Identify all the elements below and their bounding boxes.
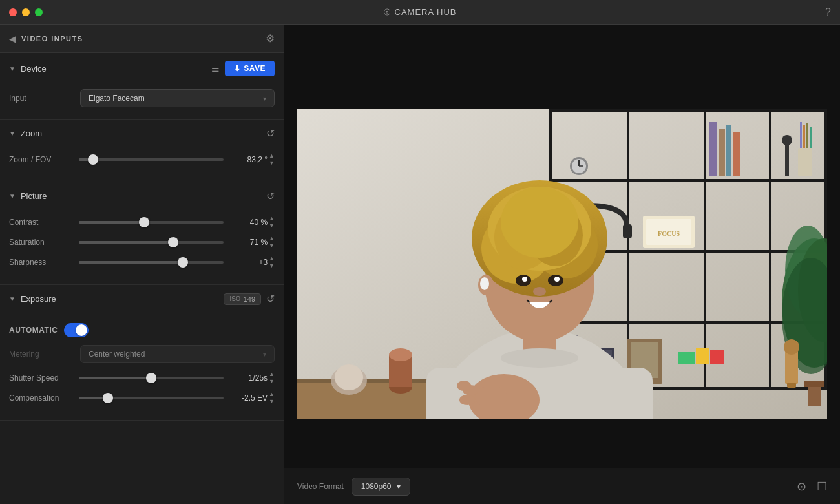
device-section-header[interactable]: ▼ Device ⚌ ⬇ SAVE — [0, 53, 284, 84]
compensation-decrement[interactable]: ▼ — [269, 398, 275, 404]
device-filter-icon[interactable]: ⚌ — [211, 63, 220, 74]
folder-icon[interactable]: ☐ — [817, 479, 827, 494]
shutter-thumb[interactable] — [146, 373, 156, 383]
svg-rect-40 — [710, 350, 724, 364]
device-section-title: Device — [21, 64, 47, 74]
shutter-track — [79, 377, 224, 379]
picture-reset-icon[interactable]: ↺ — [266, 190, 275, 202]
sharpness-stepper[interactable]: ▲ ▼ — [269, 255, 275, 269]
maximize-button[interactable] — [35, 8, 43, 16]
zoom-fov-row: Zoom / FOV 83,2 ° ▲ ▼ — [9, 152, 275, 166]
metering-row: Metering Center weighted ▾ — [9, 345, 275, 363]
svg-rect-49 — [787, 383, 796, 388]
app-title: ⦾ CAMERA HUB — [384, 7, 457, 17]
help-button[interactable]: ? — [825, 6, 831, 18]
fov-thumb[interactable] — [88, 154, 98, 165]
sharpness-value-wrap: +3 ▲ ▼ — [229, 255, 275, 269]
saturation-value: 71 % — [229, 238, 268, 247]
preview-svg: FOCUS — [297, 109, 827, 419]
zoom-section-actions: ↺ — [266, 127, 275, 140]
fov-decrement[interactable]: ▼ — [269, 160, 275, 166]
svg-rect-28 — [623, 224, 632, 238]
svg-point-73 — [533, 287, 546, 296]
contrast-value: 40 % — [229, 218, 268, 227]
compensation-row: Compensation -2.5 EV ▲ ▼ — [9, 391, 275, 404]
compensation-stepper[interactable]: ▲ ▼ — [269, 391, 275, 404]
saturation-increment[interactable]: ▲ — [269, 235, 275, 242]
device-section: ▼ Device ⚌ ⬇ SAVE Input Elgato Facecam ▾ — [0, 53, 284, 120]
automatic-toggle-row: AUTOMATIC — [9, 323, 275, 337]
contrast-stepper[interactable]: ▲ ▼ — [269, 215, 275, 229]
svg-rect-16 — [709, 122, 717, 176]
dropdown-arrow: ▾ — [263, 95, 266, 102]
fov-slider-track[interactable] — [79, 158, 224, 161]
sharpness-increment[interactable]: ▲ — [269, 255, 275, 262]
shutter-label: Shutter Speed — [9, 373, 74, 383]
fov-stepper[interactable]: ▲ ▼ — [269, 152, 275, 166]
compensation-thumb[interactable] — [103, 393, 113, 403]
picture-section: ▼ Picture ↺ Contrast — [0, 182, 284, 285]
picture-section-header[interactable]: ▼ Picture ↺ — [0, 182, 284, 210]
shutter-decrement[interactable]: ▼ — [269, 378, 275, 384]
device-section-content: Input Elgato Facecam ▾ — [0, 84, 284, 119]
picture-section-actions: ↺ — [266, 190, 275, 202]
bottom-toolbar: Video Format 1080p60 ▾ ⊙ ☐ — [284, 468, 840, 504]
svg-rect-24 — [803, 125, 805, 148]
zoom-section-header[interactable]: ▼ Zoom ↺ — [0, 120, 284, 147]
sharpness-value: +3 — [229, 258, 268, 267]
picture-collapse-arrow: ▼ — [9, 193, 16, 200]
svg-point-75 — [480, 277, 489, 290]
saturation-track — [79, 241, 224, 244]
left-panel: ◀ VIDEO INPUTS ⚙ ▼ Device ⚌ ⬇ SAVE Input — [0, 25, 284, 504]
shutter-slider-track[interactable] — [79, 377, 224, 379]
exposure-section-actions: ISO 149 ↺ — [224, 293, 275, 305]
save-button[interactable]: ⬇ SAVE — [225, 61, 275, 76]
shutter-increment[interactable]: ▲ — [269, 371, 275, 377]
input-value: Elgato Facecam — [89, 94, 145, 103]
svg-rect-58 — [426, 368, 653, 419]
format-dropdown[interactable]: 1080p60 ▾ — [352, 478, 410, 496]
svg-rect-23 — [800, 122, 802, 148]
metering-label: Metering — [9, 350, 74, 359]
back-icon[interactable]: ◀ — [9, 34, 16, 44]
saturation-thumb[interactable] — [168, 237, 178, 247]
close-button[interactable] — [9, 8, 17, 16]
contrast-increment[interactable]: ▲ — [269, 215, 275, 222]
saturation-decrement[interactable]: ▼ — [269, 242, 275, 249]
picture-section-content: Contrast 40 % ▲ ▼ — [0, 210, 284, 284]
saturation-slider-track[interactable] — [79, 241, 224, 244]
minimize-button[interactable] — [22, 8, 30, 16]
snapshot-icon[interactable]: ⊙ — [797, 479, 806, 494]
input-dropdown[interactable]: Elgato Facecam ▾ — [80, 89, 275, 107]
panel-header: ◀ VIDEO INPUTS ⚙ — [0, 25, 284, 53]
compensation-increment[interactable]: ▲ — [269, 391, 275, 397]
zoom-reset-icon[interactable]: ↺ — [266, 127, 275, 140]
exposure-section-header[interactable]: ▼ Exposure ISO 149 ↺ — [0, 285, 284, 313]
svg-rect-77 — [475, 387, 507, 406]
svg-point-71 — [522, 277, 527, 282]
automatic-toggle[interactable] — [64, 323, 89, 337]
shutter-stepper[interactable]: ▲ ▼ — [269, 371, 275, 384]
contrast-slider-track[interactable] — [79, 221, 224, 224]
sharpness-thumb[interactable] — [178, 257, 188, 268]
panel-settings-icon[interactable]: ⚙ — [266, 32, 275, 45]
contrast-decrement[interactable]: ▼ — [269, 222, 275, 229]
saturation-stepper[interactable]: ▲ ▼ — [269, 235, 275, 249]
exposure-reset-icon[interactable]: ↺ — [266, 293, 275, 305]
metering-dropdown[interactable]: Center weighted ▾ — [80, 345, 275, 363]
device-collapse-arrow: ▼ — [9, 65, 16, 72]
save-icon: ⬇ — [234, 64, 241, 73]
contrast-thumb[interactable] — [139, 217, 149, 227]
svg-point-48 — [784, 339, 799, 355]
svg-rect-20 — [785, 142, 789, 176]
exposure-collapse-arrow: ▼ — [9, 295, 16, 302]
svg-rect-18 — [726, 125, 731, 176]
sharpness-slider-track[interactable] — [79, 261, 224, 264]
svg-rect-7 — [549, 109, 827, 112]
compensation-slider-track[interactable] — [79, 397, 224, 399]
compensation-value: -2.5 EV — [229, 394, 268, 403]
sharpness-decrement[interactable]: ▼ — [269, 262, 275, 269]
save-label: SAVE — [244, 64, 266, 73]
fov-increment[interactable]: ▲ — [269, 152, 275, 159]
right-panel: FOCUS — [284, 25, 840, 504]
